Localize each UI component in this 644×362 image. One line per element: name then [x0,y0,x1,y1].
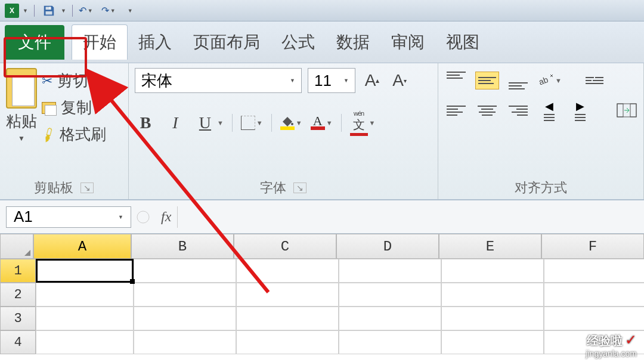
row-headers: 1 2 3 4 [0,259,36,354]
clipboard-launcher-icon[interactable]: ↘ [80,182,94,193]
increase-indent-button[interactable]: ▶ [568,101,592,119]
align-right-button[interactable] [506,101,530,119]
column-header-a[interactable]: A [33,234,131,259]
decrease-indent-button[interactable]: ◀ [537,101,561,119]
name-box-dropdown-icon[interactable]: ▼ [118,214,123,220]
cell[interactable] [544,259,644,283]
border-dropdown-icon[interactable]: ▼ [256,119,263,126]
fx-button[interactable]: fx [155,209,177,225]
align-bottom-button[interactable] [506,72,530,89]
underline-button[interactable]: U ▼ [194,112,224,134]
cell[interactable] [36,307,134,330]
copy-dropdown-icon[interactable]: ▼ [97,105,102,111]
column-header-f[interactable]: F [541,234,644,259]
cell[interactable] [441,283,544,307]
tab-formulas[interactable]: 公式 [271,25,326,60]
column-header-e[interactable]: E [439,234,541,259]
cell[interactable] [339,283,441,307]
qat-customize-icon[interactable]: ▼ [128,8,133,14]
cell[interactable] [134,283,236,307]
paste-button[interactable]: 粘贴 ▼ [6,68,37,177]
tab-page-layout[interactable]: 页面布局 [182,25,271,60]
fill-color-dropdown-icon[interactable]: ▼ [296,119,302,126]
cell[interactable] [134,259,236,283]
orientation-dropdown-icon[interactable]: ▼ [555,77,562,84]
cell[interactable] [236,283,339,307]
phonetic-guide-button[interactable]: wén 文 ▼ [350,110,376,136]
redo-dropdown-icon[interactable]: ▼ [110,8,116,14]
border-icon [241,116,255,130]
tab-insert[interactable]: 插入 [128,25,182,60]
underline-u-icon: U [194,112,216,134]
decrease-font-size-button[interactable]: A▾ [389,70,410,91]
save-dropdown-icon[interactable]: ▼ [61,8,66,14]
cell[interactable] [236,330,339,354]
column-header-b[interactable]: B [131,234,234,259]
cell[interactable] [36,259,134,283]
clipboard-group-text: 剪贴板 [34,179,73,197]
row-header-3[interactable]: 3 [0,307,36,330]
font-size-selector[interactable]: 11 ▼ [308,68,355,93]
excel-app-icon[interactable]: X [5,4,19,18]
format-painter-button[interactable]: 🖌 格式刷 [42,124,106,145]
tab-data[interactable]: 数据 [326,25,380,60]
cell[interactable] [134,307,236,330]
align-top-button[interactable] [444,72,468,89]
select-all-corner[interactable] [0,234,33,259]
name-box[interactable]: A1 ▼ [6,206,131,228]
cells-area[interactable] [36,259,644,354]
cell[interactable] [441,259,544,283]
cell[interactable] [36,283,134,307]
cell[interactable] [339,307,441,330]
increase-font-size-button[interactable]: A▴ [361,70,383,91]
phonetic-dropdown-icon[interactable]: ▼ [369,119,376,126]
undo-dropdown-icon[interactable]: ▼ [88,8,93,14]
tab-view[interactable]: 视图 [435,25,490,60]
column-header-d[interactable]: D [336,234,439,259]
align-left-button[interactable] [444,101,468,119]
row-header-2[interactable]: 2 [0,283,36,307]
cell[interactable] [134,330,236,354]
border-button[interactable]: ▼ [241,116,263,130]
tab-home[interactable]: 开始 [72,24,128,60]
cell[interactable] [441,330,544,354]
phonetic-char: 文 [353,117,365,133]
fill-color-button[interactable]: ▼ [280,116,302,130]
font-color-letter: A [313,116,323,126]
wrap-text-button[interactable] [583,72,607,89]
align-center-button[interactable] [475,101,499,119]
font-color-button[interactable]: A ▼ [311,116,333,130]
cell[interactable] [339,259,441,283]
undo-button[interactable]: ↶▼ [79,5,98,16]
paste-dropdown-icon[interactable]: ▼ [18,134,25,143]
decrease-indent-icon: ◀ [545,100,553,113]
redo-button[interactable]: ↷▼ [101,5,120,16]
cell[interactable] [544,283,644,307]
cut-button[interactable]: ✂ 剪切 [42,70,106,91]
orientation-button[interactable]: ab ▼ [537,72,562,89]
cell[interactable] [236,259,339,283]
formula-input[interactable] [177,206,644,228]
font-separator [232,114,233,132]
row-header-4[interactable]: 4 [0,330,36,354]
cell[interactable] [236,307,339,330]
merge-cells-button[interactable] [614,101,637,119]
underline-dropdown-icon[interactable]: ▼ [217,119,224,126]
copy-button[interactable]: 复制 ▼ [42,97,106,118]
cell[interactable] [36,330,134,354]
tab-review[interactable]: 审阅 [380,25,435,60]
cell[interactable] [441,307,544,330]
cell[interactable] [339,330,441,354]
save-button[interactable] [41,2,57,19]
cell[interactable] [544,307,644,330]
file-tab[interactable]: 文件 [5,25,64,60]
bold-button[interactable]: B [135,112,156,134]
align-middle-button[interactable] [475,72,499,89]
font-name-selector[interactable]: 宋体 ▼ [135,68,302,93]
app-menu-arrow-icon[interactable]: ▼ [23,8,28,14]
font-launcher-icon[interactable]: ↘ [293,182,306,193]
row-header-1[interactable]: 1 [0,259,36,283]
font-color-dropdown-icon[interactable]: ▼ [326,119,333,126]
column-header-c[interactable]: C [234,234,336,259]
italic-button[interactable]: I [165,112,186,134]
